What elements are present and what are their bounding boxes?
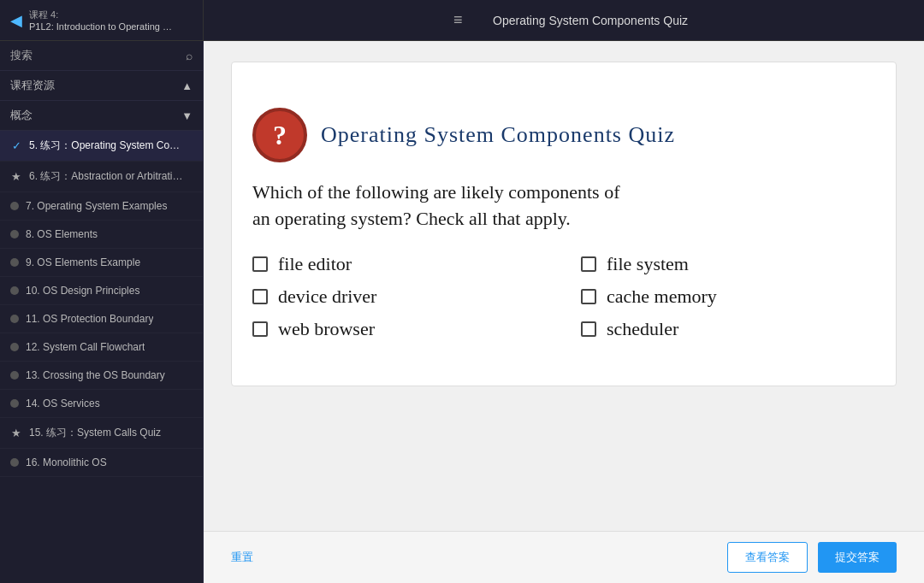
top-bar: ◀ 课程 4: P1L2: Introduction to Operating …: [0, 0, 924, 41]
reset-link[interactable]: 重置: [231, 550, 253, 565]
dot-icon: [10, 230, 19, 238]
dot-icon: [10, 286, 19, 295]
option-label: scheduler: [607, 318, 678, 340]
quiz-header: ? Operating System Components Quiz: [252, 108, 875, 162]
checkbox-icon[interactable]: [252, 321, 268, 337]
sidebar-item-item-14[interactable]: 14. OS Services: [0, 390, 203, 418]
quiz-option-opt-file-system[interactable]: file system: [581, 253, 875, 275]
checkbox-icon[interactable]: [581, 256, 596, 272]
submit-answer-button[interactable]: 提交答案: [818, 542, 897, 573]
page-title: Operating System Components Quiz: [493, 14, 688, 27]
dot-icon: [10, 458, 19, 467]
sidebar-item-item-7[interactable]: 7. Operating System Examples: [0, 192, 203, 221]
quiz-card: ? Operating System Components Quiz Which…: [231, 62, 897, 386]
sidebar-item-label: 7. Operating System Examples: [26, 200, 167, 212]
dot-icon: [10, 202, 19, 210]
option-label: web browser: [278, 318, 375, 340]
question-mark-icon: ?: [252, 108, 307, 162]
dot-icon: [10, 315, 19, 323]
course-label: 课程 4:: [29, 9, 175, 21]
sidebar-item-label: 16. Monolithic OS: [26, 456, 107, 468]
sidebar-search-bar: 搜索 ⌕: [0, 41, 203, 71]
checkbox-icon[interactable]: [581, 321, 596, 337]
quiz-question: Which of the following are likely compon…: [252, 180, 875, 233]
back-button[interactable]: ◀: [10, 11, 22, 30]
checkbox-icon[interactable]: [581, 289, 596, 304]
quiz-container: ? Operating System Components Quiz Which…: [204, 41, 924, 531]
sidebar-item-item-13[interactable]: 13. Crossing the OS Boundary: [0, 362, 203, 390]
sidebar-item-label: 12. System Call Flowchart: [26, 341, 145, 353]
sidebar-item-item-11[interactable]: 11. OS Protection Boundary: [0, 305, 203, 333]
check-answer-button[interactable]: 查看答案: [727, 542, 808, 573]
bottom-buttons: 查看答案 提交答案: [727, 542, 897, 573]
quiz-option-opt-device-driver[interactable]: device driver: [252, 286, 547, 308]
dot-icon: [10, 399, 19, 408]
sidebar-item-label: 9. OS Elements Example: [26, 256, 140, 268]
check-icon: ✓: [10, 140, 22, 152]
sidebar-concept-section[interactable]: 概念 ▼: [0, 101, 203, 131]
sidebar-item-label: 10. OS Design Principles: [26, 285, 139, 297]
star-icon: ★: [10, 171, 22, 183]
checkbox-icon[interactable]: [252, 289, 268, 304]
quiz-option-opt-scheduler[interactable]: scheduler: [581, 318, 875, 340]
quiz-options: file editorfile systemdevice drivercache…: [252, 253, 875, 340]
search-icon[interactable]: ⌕: [186, 49, 192, 62]
course-subtitle: P1L2: Introduction to Operating Sy...: [29, 21, 175, 32]
sidebar-item-label: 11. OS Protection Boundary: [26, 313, 153, 325]
sidebar-item-item-15[interactable]: ★15. 练习：System Calls Quiz: [0, 418, 203, 449]
resources-expand-icon: ▲: [181, 80, 192, 92]
top-bar-left: ◀ 课程 4: P1L2: Introduction to Operating …: [0, 0, 204, 40]
sidebar-item-item-16[interactable]: 16. Monolithic OS: [0, 449, 203, 477]
quiz-option-opt-cache-memory[interactable]: cache memory: [581, 286, 875, 308]
option-label: cache memory: [607, 286, 717, 308]
sidebar-item-label: 5. 练习：Operating System Compon...: [29, 138, 187, 153]
content-area: ? Operating System Components Quiz Which…: [204, 41, 924, 583]
main-layout: 搜索 ⌕ 课程资源 ▲ 概念 ▼ ✓5. 练习：Operating System…: [0, 41, 924, 583]
dot-icon: [10, 258, 19, 267]
search-label: 搜索: [10, 48, 181, 63]
option-label: device driver: [278, 286, 376, 308]
sidebar-item-item-5[interactable]: ✓5. 练习：Operating System Compon...: [0, 131, 203, 162]
sidebar-items-list: ✓5. 练习：Operating System Compon...★6. 练习：…: [0, 131, 203, 583]
checkbox-icon[interactable]: [252, 256, 268, 272]
quiz-option-opt-file-editor[interactable]: file editor: [252, 253, 547, 275]
sidebar: 搜索 ⌕ 课程资源 ▲ 概念 ▼ ✓5. 练习：Operating System…: [0, 41, 204, 583]
sidebar-item-item-6[interactable]: ★6. 练习：Abstraction or Arbitration Q...: [0, 162, 203, 192]
quiz-visual: ? Operating System Components Quiz Which…: [252, 108, 875, 340]
sidebar-item-item-9[interactable]: 9. OS Elements Example: [0, 249, 203, 277]
resources-label: 课程资源: [10, 78, 55, 93]
top-bar-center: ≡ Operating System Components Quiz: [204, 11, 924, 29]
sidebar-item-label: 13. Crossing the OS Boundary: [26, 369, 165, 381]
bottom-bar: 重置 查看答案 提交答案: [204, 531, 924, 583]
quiz-title: Operating System Components Quiz: [321, 122, 675, 148]
dot-icon: [10, 371, 19, 380]
sidebar-resources-section[interactable]: 课程资源 ▲: [0, 71, 203, 101]
sidebar-item-label: 8. OS Elements: [26, 228, 98, 240]
quiz-option-opt-web-browser[interactable]: web browser: [252, 318, 547, 340]
course-info: 课程 4: P1L2: Introduction to Operating Sy…: [29, 9, 175, 32]
dot-icon: [10, 343, 19, 351]
concept-label: 概念: [10, 108, 33, 123]
sidebar-item-label: 14. OS Services: [26, 398, 100, 409]
sidebar-item-item-8[interactable]: 8. OS Elements: [0, 221, 203, 249]
sidebar-item-item-12[interactable]: 12. System Call Flowchart: [0, 333, 203, 362]
sidebar-item-label: 15. 练习：System Calls Quiz: [29, 426, 161, 440]
concept-expand-icon: ▼: [181, 109, 192, 122]
menu-icon[interactable]: ≡: [453, 11, 463, 29]
sidebar-item-label: 6. 练习：Abstraction or Arbitration Q...: [29, 169, 187, 184]
option-label: file editor: [278, 253, 352, 275]
sidebar-item-item-10[interactable]: 10. OS Design Principles: [0, 277, 203, 305]
star-icon: ★: [10, 427, 22, 439]
option-label: file system: [607, 253, 689, 275]
